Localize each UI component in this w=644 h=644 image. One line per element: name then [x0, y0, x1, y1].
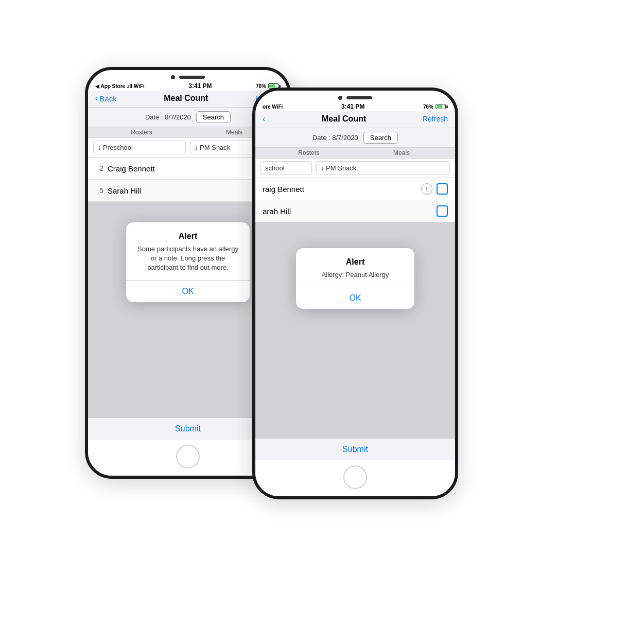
phone1-camera	[171, 75, 175, 79]
phone2-checkbox-1[interactable]	[437, 183, 448, 195]
phone2-carrier: ore WiFi	[263, 104, 283, 110]
phone1-participant-name-1: Craig Bennett	[108, 164, 250, 173]
phone2-battery-pct: 76%	[423, 104, 433, 110]
phone1-back-label[interactable]: Back	[99, 94, 116, 103]
phone2-back-button[interactable]: ‹	[263, 114, 265, 124]
phone2-status-bar: ore WiFi 3:41 PM 76%	[255, 102, 455, 111]
phone1-alert-dialog: Alert Some participants have an allergy …	[126, 222, 250, 302]
phone2-participant-name-2: arah Hill	[263, 207, 432, 216]
phone2-col-meals: Meals	[355, 149, 448, 156]
phone1-page-title: Meal Count	[164, 94, 208, 103]
phone2: ore WiFi 3:41 PM 76% ‹	[252, 88, 458, 499]
phone2-search-button[interactable]: Search	[363, 132, 398, 144]
phone1-alert-title: Alert	[136, 232, 239, 241]
phone2-participant-row-2[interactable]: arah Hill	[255, 200, 455, 222]
phone1-back-button[interactable]: ‹ Back	[95, 94, 117, 103]
phone1-participant-name-2: Sarah Hill	[108, 186, 265, 195]
phone2-checkbox-2[interactable]	[437, 205, 448, 217]
phone1-meal-value: ↓ PM Snack	[195, 144, 230, 151]
phone2-home-button-area	[255, 460, 455, 496]
phone2-col-rosters: Rosters	[263, 149, 355, 156]
phone2-participants: raig Bennett ! arah Hill	[255, 178, 455, 222]
phone1-alert-message: Some participants have an allergy or a n…	[136, 245, 239, 273]
phone2-date-label: Date : 8/7/2020	[312, 134, 358, 142]
phone1-date-label: Date : 8/7/2020	[145, 113, 191, 121]
phone1-participant-number-2: 5	[95, 186, 103, 195]
phone2-alert-message: Allergy: Peanut Allergy	[306, 270, 404, 280]
phone1-participant-number-1: 2	[95, 164, 103, 172]
phone2-alert-dialog: Alert Allergy: Peanut Allergy OK	[296, 248, 414, 309]
phone2-speaker	[346, 96, 372, 99]
phone2-participant-row-1[interactable]: raig Bennett !	[255, 178, 455, 200]
phone2-battery-icon	[436, 104, 448, 109]
phone2-date-bar: Date : 8/7/2020 Search	[255, 128, 455, 148]
phone2-meal-dropdown[interactable]: ↓ PM Snack	[316, 161, 450, 175]
phone1-col-rosters: Rosters	[95, 129, 188, 136]
phone1-submit-button[interactable]: Submit	[175, 424, 201, 433]
phone2-col-headers: Rosters Meals	[255, 148, 455, 159]
phone1-top-bar	[88, 70, 288, 81]
phone2-status-right: 76%	[423, 104, 448, 110]
phone2-roster-value: school	[265, 164, 285, 172]
phone1-search-button[interactable]: Search	[196, 111, 231, 123]
phone1-roster-value: ↓ Preschool	[98, 144, 133, 151]
phone2-alert-ok-button[interactable]: OK	[306, 287, 404, 309]
phone2-dropdown-row: school ↓ PM Snack	[255, 159, 455, 178]
phone1-status-left: ◀ App Store .ıll WiFi	[95, 83, 145, 89]
phone2-home-button[interactable]	[343, 465, 367, 489]
phone2-top-bar	[255, 91, 455, 102]
phone2-time: 3:41 PM	[341, 103, 364, 110]
phone2-roster-dropdown[interactable]: school	[260, 161, 312, 175]
phone1-alert-ok-button[interactable]: OK	[136, 281, 239, 302]
phone2-submit-bar: Submit	[255, 438, 455, 460]
phone1-battery-pct: 76%	[256, 83, 266, 89]
phone1-home-button[interactable]	[176, 445, 200, 468]
phone1-time: 3:41 PM	[188, 82, 212, 90]
phone1-status-bar: ◀ App Store .ıll WiFi 3:41 PM 76%	[88, 81, 288, 91]
phone2-submit-button[interactable]: Submit	[342, 445, 368, 454]
phone2-meal-value: ↓ PM Snack	[321, 164, 356, 172]
phone2-nav-bar: ‹ Meal Count Refresh	[255, 111, 455, 128]
phone2-refresh-button[interactable]: Refresh	[423, 115, 448, 123]
phone2-alert-title: Alert	[306, 257, 404, 267]
phone1-back-chevron-icon: ‹	[95, 94, 98, 103]
phone2-camera	[338, 96, 342, 100]
phone2-content-area: Alert Allergy: Peanut Allergy OK	[255, 222, 455, 438]
scene: ◀ App Store .ıll WiFi 3:41 PM 76% ‹	[0, 0, 644, 644]
phone1-carrier: ◀ App Store .ıll WiFi	[95, 83, 145, 89]
phone2-back-chevron-icon: ‹	[263, 114, 265, 124]
phone1-roster-dropdown[interactable]: ↓ Preschool	[93, 141, 186, 154]
phone2-alert-icon-1[interactable]: !	[421, 183, 432, 195]
phone1-speaker	[179, 76, 205, 79]
phone2-page-title: Meal Count	[322, 114, 366, 124]
phone2-status-left: ore WiFi	[263, 104, 283, 110]
phone2-participant-name-1: raig Bennett	[263, 185, 417, 194]
